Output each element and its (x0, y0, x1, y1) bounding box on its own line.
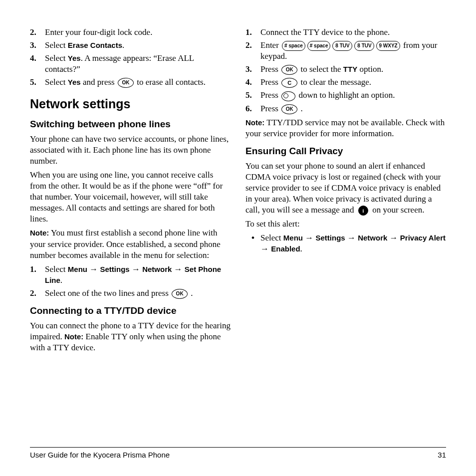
step-number: 3. (30, 40, 45, 51)
note-label: Note: (64, 332, 83, 341)
eight-key-icon: 8 TUV (354, 41, 374, 51)
document-page: 2. Enter your four-digit lock code. 3. S… (0, 0, 476, 476)
body-text: When you are using one line, you cannot … (30, 170, 231, 225)
network-settings-heading: Network settings (30, 96, 231, 112)
list-item: 2. Select one of the two lines and press… (30, 288, 231, 299)
bullet-icon: • (245, 233, 260, 254)
hash-key-icon: # space (307, 41, 331, 51)
step-text: Select one of the two lines and press OK… (45, 288, 231, 299)
list-item: 5. Select Yes and press OK to erase all … (30, 77, 231, 88)
ok-key-icon: OK (118, 78, 134, 88)
body-text: You can set your phone to sound an alert… (245, 161, 446, 216)
step-number: 2. (30, 27, 45, 38)
list-item: 4. Select Yes. A message appears: “Erase… (30, 53, 231, 75)
ok-key-icon: OK (172, 289, 188, 299)
list-item: 3. Select Erase Contacts. (30, 40, 231, 51)
footer-title: User Guide for the Kyocera Prisma Phone (30, 451, 170, 459)
body-text: You can connect the phone to a TTY devic… (30, 320, 231, 353)
body-text: Your phone can have two service accounts… (30, 134, 231, 167)
step-text: Press OK to select the TTY option. (260, 64, 446, 75)
tty-steps: 1. Connect the TTY device to the phone. … (245, 27, 446, 114)
note-paragraph: Note: TTY/TDD service may not be availab… (245, 117, 446, 139)
hash-key-icon: # space (282, 41, 305, 51)
step-text: Connect the TTY device to the phone. (260, 27, 446, 38)
step-number: 2. (245, 40, 260, 62)
switching-lines-heading: Switching between phone lines (30, 118, 231, 131)
step-text: Select Menu → Settings → Network → Priva… (260, 233, 446, 254)
step-number: 2. (30, 288, 45, 299)
list-item: 5. Press down to highlight an option. (245, 90, 446, 101)
note-paragraph: Note: You must first establish a second … (30, 228, 231, 260)
ok-key-icon: OK (281, 65, 297, 75)
step-text: Press down to highlight an option. (260, 90, 446, 101)
page-footer: User Guide for the Kyocera Prisma Phone … (30, 447, 446, 459)
nine-key-icon: 9 WXYZ (376, 41, 400, 51)
eight-key-icon: 8 TUV (332, 41, 352, 51)
step-number: 5. (245, 90, 260, 101)
list-item: 3. Press OK to select the TTY option. (245, 64, 446, 75)
clear-key-icon: C (281, 78, 297, 88)
step-number: 5. (30, 77, 45, 88)
step-number: 4. (30, 53, 45, 75)
list-item: 1. Select Menu → Settings → Network → Se… (30, 264, 231, 286)
list-item: 4. Press C to clear the message. (245, 77, 446, 88)
lock-icon: i (358, 206, 368, 216)
step-number: 1. (30, 264, 45, 286)
list-item: • Select Menu → Settings → Network → Pri… (245, 233, 446, 254)
step-number: 4. (245, 77, 260, 88)
list-item: 6. Press OK . (245, 103, 446, 114)
privacy-steps: • Select Menu → Settings → Network → Pri… (245, 233, 446, 254)
page-number: 31 (438, 451, 446, 459)
step-number: 1. (245, 27, 260, 38)
step-number: 3. (245, 64, 260, 75)
tty-heading: Connecting to a TTY/TDD device (30, 305, 231, 317)
erase-contacts-steps: 2. Enter your four-digit lock code. 3. S… (30, 27, 231, 88)
list-item: 2. Enter your four-digit lock code. (30, 27, 231, 38)
step-text: Press C to clear the message. (260, 77, 446, 88)
step-text: Press OK . (260, 103, 446, 114)
ok-key-icon: OK (281, 104, 297, 114)
nav-ring-icon (281, 91, 295, 101)
body-text: To set this alert: (245, 219, 446, 230)
step-text: Select Yes. A message appears: “Erase AL… (45, 53, 231, 75)
right-column: 1. Connect the TTY device to the phone. … (245, 25, 446, 356)
step-text: Select Menu → Settings → Network → Set P… (45, 264, 231, 286)
note-label: Note: (30, 229, 49, 237)
step-text: Select Erase Contacts. (45, 40, 231, 51)
step-number: 6. (245, 103, 260, 114)
left-column: 2. Enter your four-digit lock code. 3. S… (30, 25, 231, 356)
step-text: Enter your four-digit lock code. (45, 27, 231, 38)
two-column-layout: 2. Enter your four-digit lock code. 3. S… (30, 25, 446, 356)
list-item: 1. Connect the TTY device to the phone. (245, 27, 446, 38)
step-text: Select Yes and press OK to erase all con… (45, 77, 231, 88)
call-privacy-heading: Ensuring Call Privacy (245, 145, 446, 158)
step-text: Enter # space# space8 TUV8 TUV9 WXYZ fro… (260, 40, 446, 62)
network-steps: 1. Select Menu → Settings → Network → Se… (30, 264, 231, 299)
note-label: Note: (245, 118, 264, 127)
list-item: 2. Enter # space# space8 TUV8 TUV9 WXYZ … (245, 40, 446, 62)
